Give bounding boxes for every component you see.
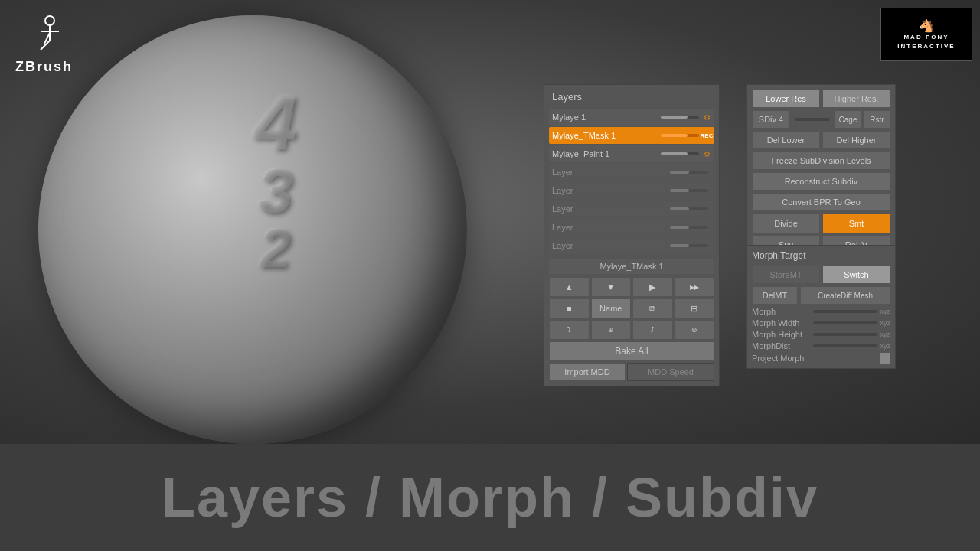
- layer-name-3: Mylaye_Paint 1: [552, 149, 658, 158]
- morphdist-xyz: xyz: [880, 342, 891, 350]
- layer-item-3[interactable]: Mylaye_Paint 1 ⚙: [549, 145, 714, 162]
- main-title: Layers / Morph / Subdiv: [162, 466, 818, 529]
- layer-item-6[interactable]: Layer: [549, 201, 714, 217]
- morph-width-slider[interactable]: [813, 321, 877, 324]
- layer-item-2[interactable]: Mylaye_TMask 1 REC: [549, 127, 714, 144]
- import-mdd-button[interactable]: Import MDD: [549, 363, 626, 381]
- morph-height-row: Morph Height xyz: [752, 330, 890, 339]
- layer-name-1: Mylaye 1: [552, 112, 658, 122]
- layer-slider-1[interactable]: [661, 116, 699, 119]
- layer-name-2: Mylaye_TMask 1: [552, 131, 658, 140]
- 3d-sphere: 4 3 2: [38, 15, 467, 444]
- madpony-text2: INTERACTIVE: [897, 42, 955, 51]
- lower-res-button[interactable]: Lower Res: [752, 90, 820, 108]
- layer-grid-button[interactable]: ⊞: [675, 298, 715, 318]
- morph-delmt-row: DelMT CreateDiff Mesh: [752, 286, 890, 305]
- divide-row: Divide Smt: [752, 214, 890, 233]
- sdiv-row: SDiv 4 Cage Rstr: [752, 110, 890, 129]
- rstr-button[interactable]: Rstr: [864, 110, 890, 129]
- project-morph-label: Project Morph: [752, 354, 880, 363]
- madpony-logo: 🐴 MAD PONY INTERACTIVE: [880, 8, 972, 61]
- layer-slider-6[interactable]: [670, 207, 708, 210]
- layer-settings-icon-1[interactable]: ⚙: [702, 112, 711, 122]
- sculpt-text: 4 3 2: [199, 77, 352, 398]
- layer-name-4: Layer: [552, 168, 667, 177]
- subdiv-res-row: Lower Res Higher Res.: [752, 90, 890, 108]
- zbrush-brand: ZBrush: [15, 59, 73, 75]
- layer-name-5: Layer: [552, 186, 667, 195]
- selected-layer-display: Mylaye_TMask 1: [549, 259, 714, 274]
- layer-item-7[interactable]: Layer: [549, 219, 714, 236]
- smt-button[interactable]: Smt: [822, 214, 890, 233]
- madpony-text1: MAD PONY: [903, 33, 949, 41]
- layer-extra1-button[interactable]: ⤵: [549, 320, 590, 340]
- sdiv-slider[interactable]: [795, 118, 830, 121]
- morph-slider[interactable]: [813, 310, 877, 313]
- morph-label: Morph: [752, 307, 813, 316]
- morph-width-label: Morph Width: [752, 318, 813, 328]
- morphdist-row: MorphDist xyz: [752, 341, 890, 350]
- morphdist-slider[interactable]: [813, 344, 877, 347]
- layer-item-1[interactable]: Mylaye 1 ⚙: [549, 109, 714, 126]
- svg-point-0: [45, 16, 54, 25]
- layer-rightskip-button[interactable]: ▶▶: [675, 277, 715, 297]
- divide-button[interactable]: Divide: [752, 214, 820, 233]
- reconstruct-subdiv-button[interactable]: Reconstruct Subdiv: [752, 172, 890, 191]
- mdd-speed-display: MDD Speed: [627, 363, 714, 381]
- cage-button[interactable]: Cage: [835, 110, 861, 129]
- layer-item-4[interactable]: Layer: [549, 164, 714, 181]
- del-row: Del Lower Del Higher: [752, 131, 890, 149]
- higher-res-button[interactable]: Higher Res.: [822, 90, 890, 108]
- morph-panel: Morph Target StoreMT Switch DelMT Create…: [746, 245, 896, 369]
- layer-item-5[interactable]: Layer: [549, 182, 714, 199]
- freeze-subdiv-button[interactable]: Freeze SubDivision Levels: [752, 152, 890, 170]
- del-lower-button[interactable]: Del Lower: [752, 131, 820, 149]
- layer-buttons-row1: ▲ ▼ ▶ ▶▶: [549, 277, 714, 297]
- layer-name-button[interactable]: Name: [591, 298, 632, 318]
- layer-extra4-button[interactable]: ⊛: [675, 320, 715, 340]
- switch-button[interactable]: Switch: [822, 266, 890, 284]
- layer-slider-5[interactable]: [670, 189, 708, 192]
- morphdist-label: MorphDist: [752, 341, 813, 350]
- layer-extra3-button[interactable]: ⤴: [632, 320, 673, 340]
- morph-height-xyz: xyz: [880, 331, 891, 338]
- del-higher-button[interactable]: Del Higher: [822, 131, 890, 149]
- layer-slider-2[interactable]: [661, 134, 699, 137]
- project-morph-toggle[interactable]: [880, 353, 890, 364]
- layer-item-8[interactable]: Layer: [549, 237, 714, 254]
- morph-width-row: Morph Width xyz: [752, 318, 890, 328]
- convert-bpr-button[interactable]: Convert BPR To Geo: [752, 193, 890, 211]
- layer-slider-7[interactable]: [670, 226, 708, 229]
- morph-height-slider[interactable]: [813, 333, 877, 336]
- layer-square-button[interactable]: ■: [549, 298, 590, 318]
- layer-slider-8[interactable]: [670, 244, 708, 247]
- layer-settings-icon-3[interactable]: ⚙: [702, 149, 711, 158]
- madpony-icon: 🐴: [919, 18, 934, 33]
- project-morph-row: Project Morph: [752, 353, 890, 364]
- layer-extra2-button[interactable]: ⊕: [591, 320, 632, 340]
- layer-copy-button[interactable]: ⧉: [632, 298, 673, 318]
- bake-all-button[interactable]: Bake All: [549, 341, 714, 361]
- layer-slider-4[interactable]: [670, 171, 708, 174]
- layers-title: Layers: [549, 90, 714, 104]
- layer-down-button[interactable]: ▼: [591, 277, 632, 297]
- layer-slider-3[interactable]: [661, 152, 699, 155]
- layer-right-button[interactable]: ▶: [632, 277, 673, 297]
- layer-name-7: Layer: [552, 223, 667, 232]
- morph-title: Morph Target: [752, 250, 890, 261]
- layer-name-6: Layer: [552, 204, 667, 214]
- delmt-button[interactable]: DelMT: [752, 286, 798, 305]
- layer-buttons-row2: ■ Name ⧉ ⊞: [549, 298, 714, 318]
- morph-storemt-row: StoreMT Switch: [752, 266, 890, 284]
- sdiv-label-button[interactable]: SDiv 4: [752, 110, 790, 129]
- morph-height-label: Morph Height: [752, 330, 813, 339]
- layer-up-button[interactable]: ▲: [549, 277, 590, 297]
- layer-name-8: Layer: [552, 241, 667, 250]
- morph-slider-row: Morph xyz: [752, 307, 890, 316]
- morph-width-xyz: xyz: [880, 319, 891, 327]
- subdiv-panel: Lower Res Higher Res. SDiv 4 Cage Rstr D…: [746, 84, 896, 259]
- creatediff-button[interactable]: CreateDiff Mesh: [800, 286, 890, 305]
- storemt-button[interactable]: StoreMT: [752, 266, 820, 284]
- mdd-row: Import MDD MDD Speed: [549, 363, 714, 381]
- layer-rec-icon[interactable]: REC: [702, 131, 711, 140]
